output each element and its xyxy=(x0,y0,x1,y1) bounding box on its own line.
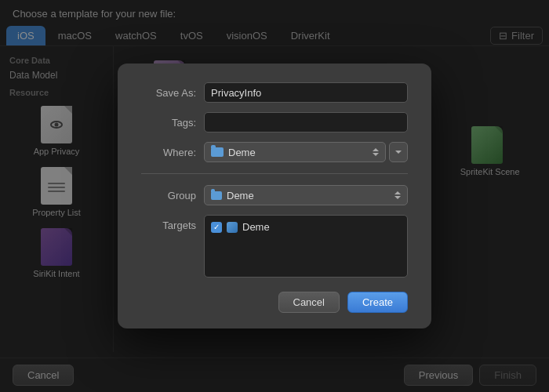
group-select[interactable]: Deme xyxy=(204,185,408,205)
where-dropdown-chevron xyxy=(395,151,402,154)
save-dialog: Save As: Tags: Where: Deme xyxy=(118,64,431,328)
group-value: Deme xyxy=(227,190,254,201)
form-divider xyxy=(141,173,408,174)
group-select-left: Deme xyxy=(211,190,254,201)
where-chevron-down xyxy=(373,153,379,156)
where-dropdown-button[interactable] xyxy=(389,142,408,162)
tags-label: Tags: xyxy=(141,117,196,129)
targets-row: Targets Deme xyxy=(141,215,408,278)
where-select[interactable]: Deme xyxy=(204,142,386,162)
where-value: Deme xyxy=(228,147,256,158)
tags-input[interactable] xyxy=(204,112,408,132)
targets-box: Deme xyxy=(204,215,408,278)
targets-label: Targets xyxy=(141,220,196,231)
target-checkbox-deme[interactable] xyxy=(211,222,222,233)
where-row: Where: Deme xyxy=(141,142,408,162)
target-item-deme: Deme xyxy=(211,219,401,235)
dialog-overlay: Save As: Tags: Where: Deme xyxy=(0,0,549,392)
group-label: Group xyxy=(141,190,196,201)
where-folder-icon xyxy=(211,147,224,157)
target-app-icon-deme xyxy=(227,222,238,233)
group-chevron-up xyxy=(394,191,401,194)
save-as-label: Save As: xyxy=(141,87,196,99)
group-folder-icon xyxy=(211,191,222,200)
dialog-create-button[interactable]: Create xyxy=(347,292,408,313)
dialog-cancel-button[interactable]: Cancel xyxy=(278,292,340,313)
dialog-buttons: Cancel Create xyxy=(141,292,408,313)
group-row: Group Deme xyxy=(141,185,408,205)
group-chevron-down xyxy=(394,196,401,199)
save-as-input[interactable] xyxy=(204,82,408,103)
where-controls: Deme xyxy=(204,142,408,162)
where-chevron-up xyxy=(373,148,379,151)
target-label-deme: Deme xyxy=(242,221,270,233)
save-as-row: Save As: xyxy=(141,82,408,103)
where-label: Where: xyxy=(141,147,196,158)
tags-row: Tags: xyxy=(141,112,408,132)
